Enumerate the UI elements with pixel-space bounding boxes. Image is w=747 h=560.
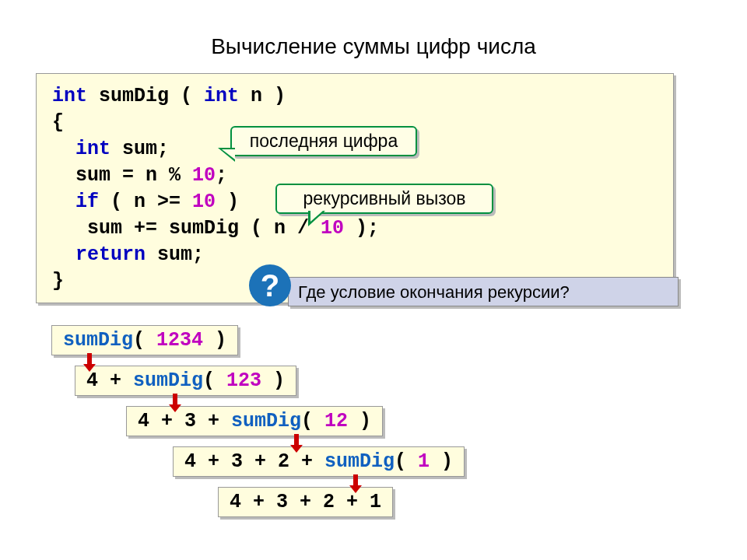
num-literal: 1234 [156, 329, 203, 352]
kw-int: int [204, 85, 239, 107]
arrow-down-icon [87, 353, 92, 366]
page-title: Вычисление суммы цифр числа [0, 34, 747, 59]
step-5: 4 + 3 + 2 + 1 [218, 487, 393, 517]
callout-text: последняя цифра [250, 131, 398, 151]
kw-return: return [75, 243, 146, 266]
kw-if: if [75, 191, 99, 213]
step-2: 4 + sumDig( 123 ) [75, 366, 296, 396]
step-4: 4 + 3 + 2 + sumDig( 1 ) [173, 446, 465, 477]
arrow-down-icon [173, 394, 177, 406]
kw-int: int [52, 85, 87, 107]
kw-int: int [75, 138, 110, 160]
arrow-down-icon [353, 474, 358, 487]
question-text: Где условие окончания рекурсии? [298, 282, 570, 302]
question-bar: Где условие окончания рекурсии? [288, 277, 679, 306]
num-literal: 10 [192, 191, 216, 213]
callout-recursive-call: рекурсивный вызов [275, 184, 493, 214]
fn-name: sumDig [63, 329, 133, 352]
fn-name: sumDig [231, 410, 301, 432]
fn-name: sumDig [324, 450, 395, 473]
num-literal: 123 [226, 369, 261, 392]
num-literal: 12 [324, 410, 348, 432]
step-3: 4 + 3 + sumDig( 12 ) [126, 406, 383, 436]
arrow-down-icon [294, 434, 299, 446]
callout-text: рекурсивный вызов [303, 188, 465, 208]
callout-last-digit: последняя цифра [230, 126, 417, 156]
fn-name: sumDig [133, 369, 203, 392]
num-literal: 1 [418, 450, 430, 473]
question-mark-icon: ? [249, 264, 291, 306]
num-literal: 10 [192, 164, 216, 187]
step-1: sumDig( 1234 ) [51, 325, 238, 355]
